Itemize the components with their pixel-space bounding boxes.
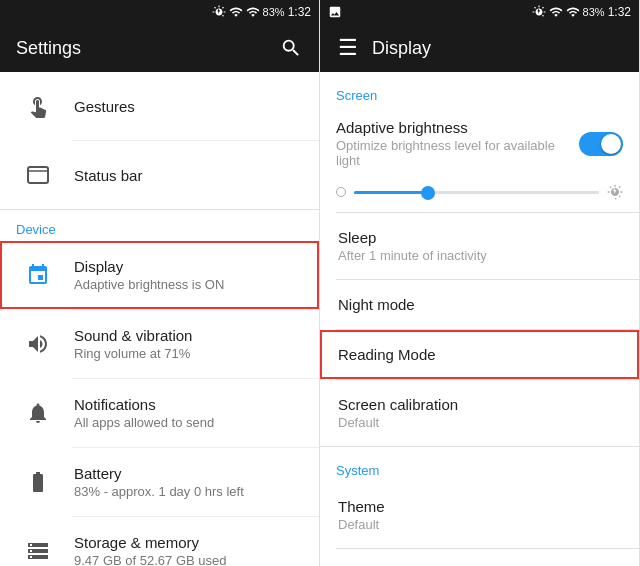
right-status-bar: 83% 1:32 <box>320 0 639 24</box>
slider-track <box>354 191 599 194</box>
sleep-title: Sleep <box>338 229 621 246</box>
right-status-icons: 83% 1:32 <box>532 5 631 19</box>
sleep-item[interactable]: Sleep After 1 minute of inactivity <box>320 213 639 279</box>
list-item-notifications[interactable]: Notifications All apps allowed to send <box>0 379 319 447</box>
slider-fill <box>354 191 428 194</box>
storage-text: Storage & memory 9.47 GB of 52.67 GB use… <box>74 534 301 566</box>
night-mode-title: Night mode <box>338 296 621 313</box>
list-item-display[interactable]: Display Adaptive brightness is ON <box>0 241 319 309</box>
system-section-header: System <box>320 447 639 482</box>
left-panel: 83% 1:32 Settings Gestures Status <box>0 0 320 566</box>
right-panel: 83% 1:32 ☰ Display Screen Adaptive brigh… <box>320 0 640 566</box>
battery-icon <box>18 462 58 502</box>
statusbar-title: Status bar <box>74 167 301 184</box>
accent-color-item: Accent color Default theme can only use … <box>320 549 639 566</box>
right-app-title: Display <box>372 38 623 59</box>
left-battery-text: 83% <box>263 6 285 18</box>
left-app-bar: Settings <box>0 24 319 72</box>
sound-title: Sound & vibration <box>74 327 301 344</box>
statusbar-text: Status bar <box>74 167 301 184</box>
reading-mode-title: Reading Mode <box>338 346 621 363</box>
menu-button[interactable]: ☰ <box>336 36 360 60</box>
adaptive-brightness-subtitle: Optimize brightness level for available … <box>336 138 579 168</box>
screen-section-header: Screen <box>320 72 639 107</box>
adaptive-brightness-title: Adaptive brightness <box>336 119 579 136</box>
left-status-bar: 83% 1:32 <box>0 0 319 24</box>
list-item-storage[interactable]: Storage & memory 9.47 GB of 52.67 GB use… <box>0 517 319 566</box>
brightness-slider[interactable] <box>320 180 639 212</box>
storage-icon <box>18 531 58 566</box>
storage-title: Storage & memory <box>74 534 301 551</box>
display-subtitle: Adaptive brightness is ON <box>74 277 301 292</box>
gestures-title: Gestures <box>74 98 301 115</box>
display-title: Display <box>74 258 301 275</box>
screen-calibration-item[interactable]: Screen calibration Default <box>320 380 639 446</box>
right-battery-text: 83% <box>583 6 605 18</box>
svg-rect-0 <box>28 167 48 183</box>
statusbar-icon <box>18 155 58 195</box>
display-icon <box>18 255 58 295</box>
notifications-title: Notifications <box>74 396 301 413</box>
list-item-battery[interactable]: Battery 83% - approx. 1 day 0 hrs left <box>0 448 319 516</box>
screen-calibration-title: Screen calibration <box>338 396 621 413</box>
notifications-text: Notifications All apps allowed to send <box>74 396 301 430</box>
adaptive-brightness-item[interactable]: Adaptive brightness Optimize brightness … <box>320 107 639 180</box>
brightness-max-icon <box>607 184 623 200</box>
list-item-sound[interactable]: Sound & vibration Ring volume at 71% <box>0 310 319 378</box>
settings-list: Gestures Status bar Device Display Adapt… <box>0 72 319 566</box>
slider-thumb <box>421 186 435 200</box>
left-status-icons: 83% 1:32 <box>212 5 311 19</box>
device-section-header: Device <box>0 210 319 241</box>
storage-subtitle: 9.47 GB of 52.67 GB used <box>74 553 301 566</box>
list-item-status-bar[interactable]: Status bar <box>0 141 319 209</box>
brightness-min-icon <box>336 187 346 197</box>
notifications-icon <box>18 393 58 433</box>
toggle-thumb <box>601 134 621 154</box>
display-text: Display Adaptive brightness is ON <box>74 258 301 292</box>
gestures-icon <box>18 86 58 126</box>
left-time: 1:32 <box>288 5 311 19</box>
right-app-bar: ☰ Display <box>320 24 639 72</box>
theme-title: Theme <box>338 498 621 515</box>
search-button[interactable] <box>279 36 303 60</box>
sound-subtitle: Ring volume at 71% <box>74 346 301 361</box>
display-content: Screen Adaptive brightness Optimize brig… <box>320 72 639 566</box>
screen-calibration-subtitle: Default <box>338 415 621 430</box>
adaptive-brightness-toggle[interactable] <box>579 132 623 156</box>
list-item-gestures[interactable]: Gestures <box>0 72 319 140</box>
notifications-subtitle: All apps allowed to send <box>74 415 301 430</box>
gestures-text: Gestures <box>74 98 301 115</box>
battery-title: Battery <box>74 465 301 482</box>
night-mode-item[interactable]: Night mode <box>320 280 639 329</box>
theme-item[interactable]: Theme Default <box>320 482 639 548</box>
sound-text: Sound & vibration Ring volume at 71% <box>74 327 301 361</box>
battery-text: Battery 83% - approx. 1 day 0 hrs left <box>74 465 301 499</box>
left-app-title: Settings <box>16 38 267 59</box>
right-time: 1:32 <box>608 5 631 19</box>
battery-subtitle: 83% - approx. 1 day 0 hrs left <box>74 484 301 499</box>
reading-mode-item[interactable]: Reading Mode <box>320 330 639 379</box>
theme-subtitle: Default <box>338 517 621 532</box>
sleep-subtitle: After 1 minute of inactivity <box>338 248 621 263</box>
sound-icon <box>18 324 58 364</box>
